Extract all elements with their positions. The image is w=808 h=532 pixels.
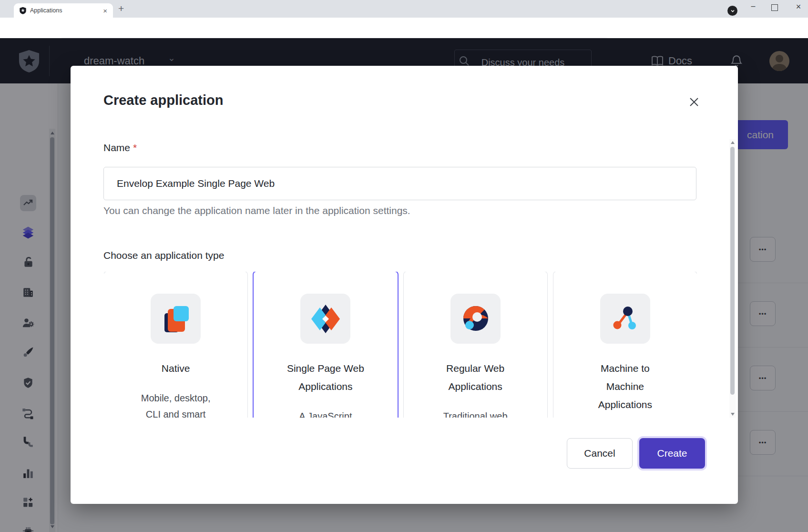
screen: Applications × + – × ← → manage.auth0.co… bbox=[0, 0, 808, 532]
browser-toolbar: ← → manage.auth0.com/dashboard/eu/dream-… bbox=[0, 18, 808, 39]
browser-tab-bar: Applications × + – × bbox=[0, 0, 808, 18]
spa-icon-tile bbox=[300, 294, 350, 344]
cancel-button[interactable]: Cancel bbox=[567, 438, 633, 469]
card-title: Machine toMachineApplications bbox=[553, 359, 697, 414]
native-icon-tile bbox=[151, 294, 201, 344]
create-application-modal: Create application Name * You can change… bbox=[71, 66, 738, 504]
modal-scroll-thumb[interactable] bbox=[730, 147, 735, 395]
regular-web-icon-tile bbox=[450, 294, 501, 344]
choose-type-label: Choose an application type bbox=[103, 250, 224, 261]
caret-down-icon bbox=[730, 9, 735, 13]
new-tab-button[interactable]: + bbox=[118, 3, 124, 14]
close-icon bbox=[689, 97, 699, 107]
card-title: Single Page WebApplications bbox=[254, 359, 397, 396]
native-app-icon bbox=[161, 304, 191, 334]
auth0-favicon-icon bbox=[19, 7, 27, 14]
regular-web-app-icon bbox=[460, 304, 491, 334]
m2m-app-icon bbox=[610, 304, 640, 334]
window-close-button[interactable]: × bbox=[791, 2, 806, 12]
required-asterisk: * bbox=[133, 142, 137, 153]
app-type-card-m2m[interactable]: Machine toMachineApplications bbox=[553, 272, 697, 418]
modal-scrollbar[interactable] bbox=[729, 139, 736, 418]
name-field-label: Name * bbox=[103, 142, 137, 153]
app-type-card-regular-web[interactable]: Regular WebApplications Traditional web bbox=[404, 272, 547, 418]
spa-app-icon bbox=[310, 304, 341, 334]
window-maximize-button[interactable] bbox=[771, 4, 778, 11]
card-title: Native bbox=[104, 359, 247, 378]
application-name-input[interactable] bbox=[103, 167, 696, 200]
create-button[interactable]: Create bbox=[639, 438, 705, 469]
tab-search-caret-button[interactable] bbox=[727, 6, 737, 16]
card-title: Regular WebApplications bbox=[404, 359, 547, 396]
app-type-card-spa[interactable]: Single Page WebApplications A JavaScript bbox=[254, 272, 397, 418]
card-description: Mobile, desktop,CLI and smart bbox=[104, 390, 247, 418]
scroll-down-arrow[interactable] bbox=[731, 413, 735, 416]
tab-title: Applications bbox=[30, 7, 103, 14]
card-description: Traditional web bbox=[404, 408, 547, 418]
modal-close-button[interactable] bbox=[685, 92, 704, 112]
browser-tab[interactable]: Applications × bbox=[14, 3, 113, 18]
tab-close-icon[interactable]: × bbox=[103, 7, 107, 15]
modal-title: Create application bbox=[103, 92, 223, 108]
app-type-card-native[interactable]: Native Mobile, desktop,CLI and smart bbox=[104, 272, 247, 418]
name-helper-text: You can change the application name late… bbox=[103, 205, 410, 216]
window-minimize-button[interactable]: – bbox=[746, 2, 760, 10]
m2m-icon-tile bbox=[600, 294, 650, 344]
card-description: A JavaScript bbox=[254, 408, 397, 418]
scroll-up-arrow[interactable] bbox=[731, 141, 735, 144]
application-type-cards: Native Mobile, desktop,CLI and smart Sin… bbox=[104, 272, 697, 418]
